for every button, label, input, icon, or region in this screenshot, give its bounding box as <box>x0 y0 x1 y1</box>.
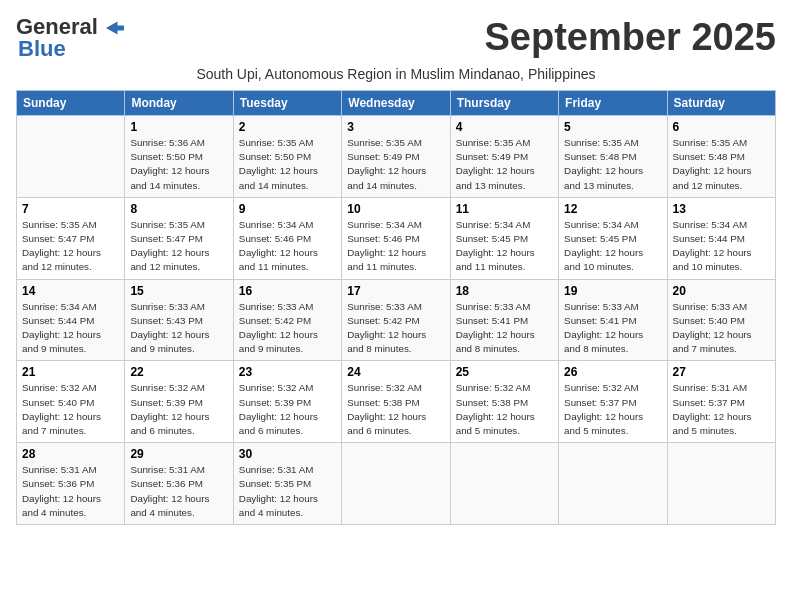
day-info: Sunrise: 5:34 AM Sunset: 5:46 PM Dayligh… <box>347 218 444 275</box>
day-info: Sunrise: 5:32 AM Sunset: 5:40 PM Dayligh… <box>22 381 119 438</box>
calendar-cell: 20Sunrise: 5:33 AM Sunset: 5:40 PM Dayli… <box>667 279 775 361</box>
day-number: 1 <box>130 120 227 134</box>
calendar-cell: 9Sunrise: 5:34 AM Sunset: 5:46 PM Daylig… <box>233 197 341 279</box>
day-number: 30 <box>239 447 336 461</box>
weekday-header-row: SundayMondayTuesdayWednesdayThursdayFrid… <box>17 91 776 116</box>
calendar-cell: 16Sunrise: 5:33 AM Sunset: 5:42 PM Dayli… <box>233 279 341 361</box>
calendar-cell: 11Sunrise: 5:34 AM Sunset: 5:45 PM Dayli… <box>450 197 558 279</box>
day-number: 19 <box>564 284 661 298</box>
day-info: Sunrise: 5:33 AM Sunset: 5:41 PM Dayligh… <box>456 300 553 357</box>
calendar-cell <box>559 443 667 525</box>
day-number: 4 <box>456 120 553 134</box>
calendar-cell: 4Sunrise: 5:35 AM Sunset: 5:49 PM Daylig… <box>450 116 558 198</box>
day-info: Sunrise: 5:32 AM Sunset: 5:38 PM Dayligh… <box>456 381 553 438</box>
day-info: Sunrise: 5:31 AM Sunset: 5:36 PM Dayligh… <box>22 463 119 520</box>
day-info: Sunrise: 5:31 AM Sunset: 5:37 PM Dayligh… <box>673 381 770 438</box>
day-number: 3 <box>347 120 444 134</box>
logo-blue-text: Blue <box>18 36 66 61</box>
calendar-cell: 7Sunrise: 5:35 AM Sunset: 5:47 PM Daylig… <box>17 197 125 279</box>
day-number: 26 <box>564 365 661 379</box>
week-row-5: 28Sunrise: 5:31 AM Sunset: 5:36 PM Dayli… <box>17 443 776 525</box>
calendar-cell: 3Sunrise: 5:35 AM Sunset: 5:49 PM Daylig… <box>342 116 450 198</box>
day-info: Sunrise: 5:36 AM Sunset: 5:50 PM Dayligh… <box>130 136 227 193</box>
calendar-cell: 18Sunrise: 5:33 AM Sunset: 5:41 PM Dayli… <box>450 279 558 361</box>
day-info: Sunrise: 5:34 AM Sunset: 5:45 PM Dayligh… <box>456 218 553 275</box>
day-info: Sunrise: 5:35 AM Sunset: 5:47 PM Dayligh… <box>22 218 119 275</box>
logo-text: General <box>16 16 124 38</box>
calendar-cell: 28Sunrise: 5:31 AM Sunset: 5:36 PM Dayli… <box>17 443 125 525</box>
calendar-cell: 13Sunrise: 5:34 AM Sunset: 5:44 PM Dayli… <box>667 197 775 279</box>
day-info: Sunrise: 5:32 AM Sunset: 5:39 PM Dayligh… <box>239 381 336 438</box>
week-row-2: 7Sunrise: 5:35 AM Sunset: 5:47 PM Daylig… <box>17 197 776 279</box>
day-info: Sunrise: 5:33 AM Sunset: 5:40 PM Dayligh… <box>673 300 770 357</box>
calendar-cell: 8Sunrise: 5:35 AM Sunset: 5:47 PM Daylig… <box>125 197 233 279</box>
calendar-cell <box>667 443 775 525</box>
day-number: 20 <box>673 284 770 298</box>
logo: General Blue <box>16 16 124 60</box>
day-number: 8 <box>130 202 227 216</box>
calendar-cell: 1Sunrise: 5:36 AM Sunset: 5:50 PM Daylig… <box>125 116 233 198</box>
calendar-cell: 25Sunrise: 5:32 AM Sunset: 5:38 PM Dayli… <box>450 361 558 443</box>
day-info: Sunrise: 5:35 AM Sunset: 5:47 PM Dayligh… <box>130 218 227 275</box>
calendar-cell: 12Sunrise: 5:34 AM Sunset: 5:45 PM Dayli… <box>559 197 667 279</box>
day-number: 12 <box>564 202 661 216</box>
day-info: Sunrise: 5:33 AM Sunset: 5:42 PM Dayligh… <box>347 300 444 357</box>
day-info: Sunrise: 5:34 AM Sunset: 5:46 PM Dayligh… <box>239 218 336 275</box>
weekday-header-tuesday: Tuesday <box>233 91 341 116</box>
page-subtitle: South Upi, Autonomous Region in Muslim M… <box>16 66 776 82</box>
day-number: 13 <box>673 202 770 216</box>
day-number: 23 <box>239 365 336 379</box>
day-number: 16 <box>239 284 336 298</box>
calendar-cell: 2Sunrise: 5:35 AM Sunset: 5:50 PM Daylig… <box>233 116 341 198</box>
day-number: 7 <box>22 202 119 216</box>
calendar-cell: 29Sunrise: 5:31 AM Sunset: 5:36 PM Dayli… <box>125 443 233 525</box>
day-info: Sunrise: 5:33 AM Sunset: 5:43 PM Dayligh… <box>130 300 227 357</box>
day-info: Sunrise: 5:35 AM Sunset: 5:49 PM Dayligh… <box>456 136 553 193</box>
week-row-3: 14Sunrise: 5:34 AM Sunset: 5:44 PM Dayli… <box>17 279 776 361</box>
day-number: 9 <box>239 202 336 216</box>
day-info: Sunrise: 5:32 AM Sunset: 5:38 PM Dayligh… <box>347 381 444 438</box>
weekday-header-saturday: Saturday <box>667 91 775 116</box>
weekday-header-thursday: Thursday <box>450 91 558 116</box>
week-row-1: 1Sunrise: 5:36 AM Sunset: 5:50 PM Daylig… <box>17 116 776 198</box>
day-number: 6 <box>673 120 770 134</box>
day-number: 2 <box>239 120 336 134</box>
day-number: 17 <box>347 284 444 298</box>
day-number: 27 <box>673 365 770 379</box>
calendar-cell: 6Sunrise: 5:35 AM Sunset: 5:48 PM Daylig… <box>667 116 775 198</box>
calendar-cell <box>450 443 558 525</box>
calendar-cell: 23Sunrise: 5:32 AM Sunset: 5:39 PM Dayli… <box>233 361 341 443</box>
day-number: 21 <box>22 365 119 379</box>
day-number: 11 <box>456 202 553 216</box>
calendar-cell: 26Sunrise: 5:32 AM Sunset: 5:37 PM Dayli… <box>559 361 667 443</box>
day-info: Sunrise: 5:31 AM Sunset: 5:35 PM Dayligh… <box>239 463 336 520</box>
day-number: 18 <box>456 284 553 298</box>
day-info: Sunrise: 5:31 AM Sunset: 5:36 PM Dayligh… <box>130 463 227 520</box>
calendar-cell: 24Sunrise: 5:32 AM Sunset: 5:38 PM Dayli… <box>342 361 450 443</box>
day-number: 28 <box>22 447 119 461</box>
svg-marker-0 <box>106 22 124 35</box>
calendar-table: SundayMondayTuesdayWednesdayThursdayFrid… <box>16 90 776 525</box>
weekday-header-wednesday: Wednesday <box>342 91 450 116</box>
day-number: 5 <box>564 120 661 134</box>
calendar-cell: 21Sunrise: 5:32 AM Sunset: 5:40 PM Dayli… <box>17 361 125 443</box>
calendar-cell: 10Sunrise: 5:34 AM Sunset: 5:46 PM Dayli… <box>342 197 450 279</box>
calendar-cell: 14Sunrise: 5:34 AM Sunset: 5:44 PM Dayli… <box>17 279 125 361</box>
day-number: 29 <box>130 447 227 461</box>
day-number: 14 <box>22 284 119 298</box>
calendar-cell: 22Sunrise: 5:32 AM Sunset: 5:39 PM Dayli… <box>125 361 233 443</box>
day-number: 24 <box>347 365 444 379</box>
day-info: Sunrise: 5:34 AM Sunset: 5:44 PM Dayligh… <box>22 300 119 357</box>
day-number: 25 <box>456 365 553 379</box>
day-info: Sunrise: 5:35 AM Sunset: 5:48 PM Dayligh… <box>673 136 770 193</box>
calendar-cell <box>342 443 450 525</box>
day-info: Sunrise: 5:34 AM Sunset: 5:45 PM Dayligh… <box>564 218 661 275</box>
weekday-header-monday: Monday <box>125 91 233 116</box>
weekday-header-friday: Friday <box>559 91 667 116</box>
day-number: 15 <box>130 284 227 298</box>
day-info: Sunrise: 5:32 AM Sunset: 5:39 PM Dayligh… <box>130 381 227 438</box>
calendar-cell: 27Sunrise: 5:31 AM Sunset: 5:37 PM Dayli… <box>667 361 775 443</box>
day-info: Sunrise: 5:32 AM Sunset: 5:37 PM Dayligh… <box>564 381 661 438</box>
week-row-4: 21Sunrise: 5:32 AM Sunset: 5:40 PM Dayli… <box>17 361 776 443</box>
day-info: Sunrise: 5:33 AM Sunset: 5:41 PM Dayligh… <box>564 300 661 357</box>
